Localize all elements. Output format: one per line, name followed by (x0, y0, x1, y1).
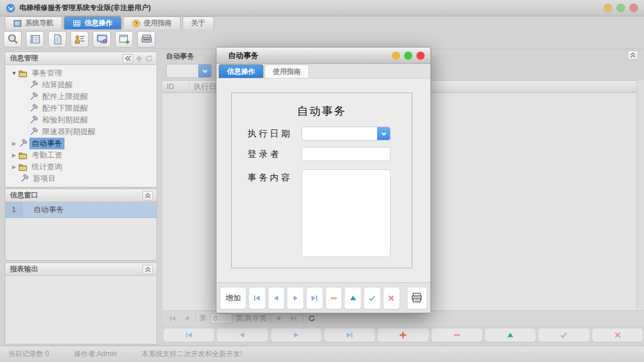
nav-first-button[interactable] (249, 287, 266, 309)
collapse-up-button[interactable] (143, 191, 153, 200)
pager-next-button[interactable] (274, 313, 285, 324)
svg-text:?: ? (134, 21, 138, 26)
vertical-scrollbar[interactable] (636, 80, 644, 310)
bottom-button-bar (162, 327, 644, 343)
tab-about[interactable]: 关于 (182, 16, 214, 29)
toolbar (0, 29, 644, 49)
info-window-title: 信息窗口 (10, 190, 38, 200)
task-content-textarea[interactable] (301, 169, 391, 257)
tab-user-guide[interactable]: ?使用指南 (123, 16, 181, 29)
nav-last-button[interactable] (324, 328, 375, 342)
tree-item-tongji-chaxun[interactable]: ▶统计查询 (5, 161, 157, 173)
tree-item-label: 配件下限提醒 (40, 103, 90, 114)
combobox-value (167, 64, 198, 77)
tool-icon (29, 115, 38, 125)
nav-next-icon (292, 331, 300, 339)
caret-right-icon[interactable]: ▶ (10, 152, 18, 158)
dialog-tab-bar: 信息操作 使用指南 (216, 64, 431, 78)
tree-item-label: 新项目 (30, 173, 58, 185)
refresh-icon[interactable] (145, 54, 153, 63)
minimize-button[interactable] (604, 4, 612, 12)
tree-item-shiwu-guanli[interactable]: ▼事务管理 (5, 67, 157, 79)
row-index: 1 (5, 202, 23, 217)
close-button[interactable] (629, 4, 638, 12)
cancel-cross-button[interactable] (383, 287, 400, 309)
nav-next-button[interactable] (270, 328, 322, 342)
nav-next-button[interactable] (287, 287, 304, 309)
status-bar: 当前记录数 0 操作者:Admin 本系统支持二次开发和全新开发! (0, 346, 644, 362)
column-header-id[interactable]: ID (162, 81, 189, 92)
report-output-header: 报表输出 (5, 263, 157, 276)
user-chart-icon (74, 33, 86, 45)
chevron-down-icon[interactable] (198, 64, 211, 77)
caret-down-icon[interactable]: ▼ (10, 70, 18, 76)
list-button[interactable] (26, 31, 44, 47)
dialog-maximize-button[interactable] (404, 52, 412, 60)
main-collapse-button[interactable] (628, 50, 638, 60)
dialog-close-button[interactable] (416, 52, 425, 60)
tree-item-jiesuan-tixing[interactable]: 结算提醒 (5, 79, 157, 91)
info-window-body: 1 自动事务 (5, 202, 157, 260)
form-title: 自动事务 (232, 104, 412, 119)
pager-first-button[interactable] (167, 313, 178, 324)
tree-item-peijian-shangxian[interactable]: 配件上限提醒 (5, 91, 157, 103)
window-add-icon (118, 33, 130, 45)
nav-prev-button[interactable] (268, 287, 285, 309)
caret-right-icon[interactable]: ▶ (10, 164, 18, 170)
execution-date-value (302, 127, 377, 140)
user-report-button[interactable] (70, 31, 89, 47)
pager-page-input[interactable] (210, 313, 232, 324)
print-button[interactable] (407, 287, 427, 309)
remove-minus-button[interactable] (431, 328, 483, 342)
nav-prev-icon (272, 294, 280, 302)
dialog-title-bar[interactable]: 自动事务 (216, 47, 431, 64)
caret-right-icon[interactable]: ▶ (10, 141, 18, 146)
tree-item-jianyan-daoqi[interactable]: 检验到期提醒 (5, 114, 157, 126)
cancel-cross-button[interactable] (592, 328, 643, 342)
add-button[interactable]: 增加 (220, 287, 246, 309)
plus-icon[interactable] (135, 54, 143, 63)
nav-first-button[interactable] (163, 328, 215, 342)
info-window-row[interactable]: 1 自动事务 (5, 202, 157, 218)
move-up-button[interactable] (344, 287, 361, 309)
window-add-button[interactable] (115, 31, 133, 47)
document-button[interactable] (48, 31, 66, 47)
nav-last-button[interactable] (306, 287, 323, 309)
tree-item-xin-xiangmu[interactable]: 新项目 (5, 173, 157, 185)
tree-item-peijian-xiaxian[interactable]: 配件下限提醒 (5, 103, 157, 114)
execution-date-select[interactable] (301, 127, 391, 141)
move-up-button[interactable] (484, 328, 536, 342)
window-title: 电梯维修服务管理系统专业版(非注册用户) (19, 3, 151, 13)
collapse-left-icon (124, 54, 132, 63)
filter-combobox[interactable] (166, 64, 212, 78)
confirm-check-button[interactable] (364, 287, 381, 309)
dialog-tab-user-guide[interactable]: 使用指南 (265, 64, 309, 78)
tree-item-kaoqin-gongzi[interactable]: ▶考勤工资 (5, 149, 157, 161)
add-plus-button[interactable] (377, 328, 429, 342)
pager-last-button[interactable] (289, 313, 299, 324)
login-user-field[interactable] (301, 147, 391, 161)
dialog-footer: 增加 (216, 282, 431, 313)
screen-button[interactable] (93, 31, 111, 47)
info-management-header: 信息管理 (5, 52, 157, 65)
confirm-check-button[interactable] (538, 328, 589, 342)
tool-icon (29, 92, 38, 101)
tree-item-zidong-shiwu[interactable]: ▶自动事务 (5, 138, 157, 149)
remove-minus-button[interactable] (326, 287, 343, 309)
pager-refresh-button[interactable] (307, 313, 317, 324)
pager-prev-button[interactable] (181, 313, 192, 324)
question-icon: ? (132, 19, 140, 28)
printer-button[interactable] (137, 31, 155, 47)
nav-prev-button[interactable] (216, 328, 268, 342)
search-button[interactable] (4, 31, 22, 47)
maximize-button[interactable] (616, 4, 625, 12)
collapse-up-button[interactable] (143, 265, 153, 274)
chevron-down-icon[interactable] (377, 127, 390, 140)
dialog-tab-info-operation[interactable]: 信息操作 (219, 64, 263, 78)
collapse-left-button[interactable] (123, 54, 133, 63)
tab-system-nav[interactable]: 系统导航 (5, 16, 62, 29)
dialog-minimize-button[interactable] (392, 52, 400, 60)
tree-item-xiansuqi-daoqi[interactable]: 限速器到期提醒 (5, 126, 157, 138)
tab-info-operation[interactable]: 信息操作 (64, 16, 121, 29)
tab-label: 系统导航 (25, 18, 53, 28)
